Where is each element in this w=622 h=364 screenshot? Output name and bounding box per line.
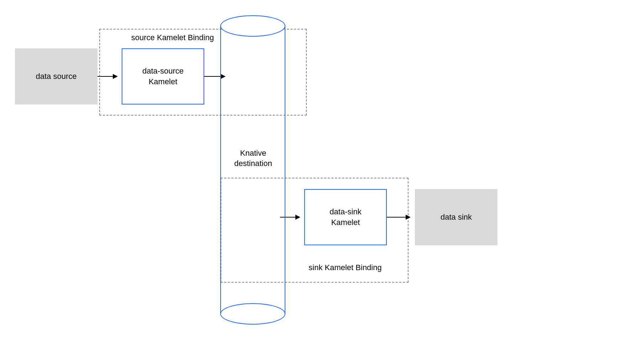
data-sink-kamelet-label: data-sink Kamelet — [330, 207, 361, 228]
source-binding-label: source Kamelet Binding — [126, 33, 219, 42]
data-source-label: data source — [36, 71, 77, 82]
arrow-source-to-kamelet — [97, 76, 117, 77]
data-sink-kamelet-box: data-sink Kamelet — [304, 189, 387, 245]
data-source-box: data source — [15, 48, 97, 105]
sink-binding-label: sink Kamelet Binding — [299, 263, 391, 272]
data-source-kamelet-label: data-source Kamelet — [142, 66, 184, 87]
data-sink-label: data sink — [441, 212, 472, 223]
knative-destination-cylinder — [220, 15, 285, 325]
arrow-sink-kamelet-to-sink — [387, 217, 410, 218]
kamelet-binding-diagram: data source data-source Kamelet data-sin… — [0, 0, 622, 364]
data-source-kamelet-box: data-source Kamelet — [122, 48, 204, 105]
data-sink-box: data sink — [415, 189, 497, 245]
